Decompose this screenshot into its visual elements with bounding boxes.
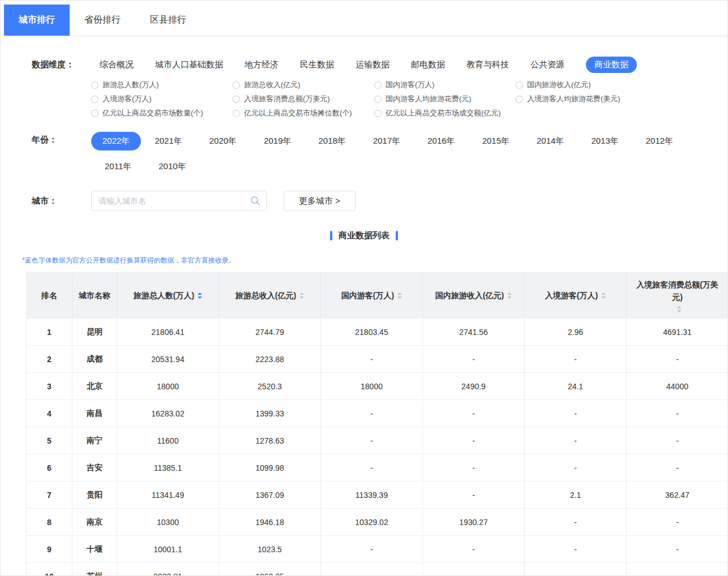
- top-tab-label: 城市排行: [19, 14, 55, 26]
- search-icon[interactable]: [250, 195, 261, 209]
- more-cities-button[interactable]: 更多城市 >: [284, 191, 356, 211]
- table-cell: 3: [27, 373, 72, 399]
- year-option[interactable]: 2010年: [145, 157, 199, 176]
- year-option[interactable]: 2012年: [632, 132, 687, 151]
- sort-icon[interactable]: [299, 293, 304, 299]
- radio-icon[interactable]: [233, 96, 240, 103]
- table-cell: 1: [27, 319, 72, 345]
- table-row: 8南京103001946.1810329.021930.27--: [27, 508, 727, 535]
- table-header-cell[interactable]: 旅游总人数(万人): [117, 273, 219, 318]
- dimension-tab[interactable]: 教育与科技: [466, 57, 509, 73]
- radio-icon[interactable]: [516, 96, 523, 103]
- year-option[interactable]: 2017年: [359, 132, 414, 151]
- table-cell: 9: [27, 536, 72, 562]
- dimension-tab[interactable]: 城市人口基础数据: [155, 57, 223, 73]
- top-tab[interactable]: 城市排行: [4, 5, 70, 36]
- radio-icon[interactable]: [91, 110, 99, 117]
- metric-radio-option[interactable]: 入境旅客消费总额(万美元): [233, 94, 374, 104]
- year-option[interactable]: 2022年: [91, 132, 141, 151]
- table-cell: 1399.33: [219, 400, 320, 427]
- year-option-label: 2021年: [155, 136, 182, 145]
- table-header-cell[interactable]: 排名: [27, 273, 72, 318]
- radio-icon[interactable]: [516, 81, 523, 89]
- table-cell: 贵阳: [72, 482, 117, 508]
- metric-radio-option[interactable]: 旅游总收入(亿元): [233, 80, 374, 90]
- dimension-tab[interactable]: 商业数据: [586, 57, 637, 73]
- table-cell: 11600: [117, 427, 219, 454]
- year-option-label: 2018年: [319, 136, 346, 145]
- year-option-label: 2017年: [373, 136, 400, 145]
- dimension-tab[interactable]: 运输数据: [356, 57, 389, 73]
- table-header-cell[interactable]: 入境旅客消费总额(万美元): [626, 273, 728, 318]
- sort-icon[interactable]: [677, 306, 682, 312]
- top-tab[interactable]: 区县排行: [135, 5, 201, 36]
- sort-icon[interactable]: [397, 293, 402, 299]
- table-cell: 1367.09: [219, 482, 320, 508]
- sort-icon[interactable]: [198, 293, 202, 299]
- column-label: 旅游总收入(亿元): [235, 289, 296, 302]
- table-body: 1昆明21806.412744.7921803.452741.562.96469…: [27, 318, 727, 576]
- year-option[interactable]: 2020年: [196, 132, 250, 151]
- year-option[interactable]: 2021年: [141, 132, 195, 151]
- metric-radio-option[interactable]: 亿元以上商品交易市场摊位数(个): [233, 108, 374, 118]
- column-label: 国内游客(万人): [341, 289, 394, 302]
- metric-radio-option[interactable]: 国内旅游收入(亿元): [516, 80, 657, 90]
- table-cell: 2744.79: [219, 319, 320, 345]
- metric-radio-option[interactable]: 亿元以上商品交易市场数量(个): [91, 108, 233, 118]
- year-option[interactable]: 2011年: [91, 157, 145, 176]
- table-cell: -: [422, 346, 524, 372]
- radio-icon[interactable]: [374, 110, 382, 117]
- sort-icon[interactable]: [601, 293, 606, 299]
- table-header-cell[interactable]: 入境游客(万人): [524, 273, 626, 318]
- radio-icon[interactable]: [91, 81, 99, 89]
- title-bar-right-icon: [396, 231, 398, 240]
- metric-radio-option[interactable]: 旅游总人数(万人): [91, 80, 233, 90]
- radio-icon[interactable]: [233, 110, 240, 117]
- year-option[interactable]: 2014年: [523, 132, 577, 151]
- year-option-label: 2010年: [159, 161, 186, 171]
- page: 城市排行 省份排行 区县排行 数据维度： 综合概况 城市人口基础数据 地方经济 …: [0, 0, 728, 576]
- table-cell: 4691.31: [626, 319, 728, 345]
- dimension-tab-label: 民生数据: [300, 59, 334, 69]
- year-option[interactable]: 2019年: [250, 132, 305, 151]
- year-option-label: 2011年: [105, 161, 131, 171]
- radio-icon[interactable]: [374, 81, 382, 89]
- metric-radio-option[interactable]: 亿元以上商品交易市场成交额(亿元): [374, 108, 516, 118]
- top-tab[interactable]: 省份排行: [70, 5, 135, 36]
- dimension-tab-label: 公共资源: [530, 59, 564, 69]
- year-option[interactable]: 2013年: [577, 132, 632, 151]
- radio-icon[interactable]: [91, 96, 99, 103]
- city-search-input[interactable]: [91, 191, 267, 211]
- dimension-tab[interactable]: 公共资源: [530, 57, 564, 73]
- table-header-cell[interactable]: 旅游总收入(亿元): [219, 273, 320, 318]
- table-cell: -: [626, 536, 728, 562]
- dimension-tab[interactable]: 民生数据: [300, 57, 334, 73]
- table-header-cell[interactable]: 国内游客(万人): [320, 273, 422, 318]
- table-cell: -: [320, 536, 422, 562]
- radio-icon[interactable]: [233, 81, 240, 89]
- table-cell: 10: [27, 563, 72, 576]
- table-cell: 2.96: [524, 319, 626, 345]
- table-cell: -: [626, 400, 728, 427]
- table-cell: 1946.18: [219, 509, 320, 535]
- year-option[interactable]: 2016年: [414, 132, 468, 151]
- top-tab-bar: 城市排行 省份排行 区县排行: [1, 1, 727, 36]
- table-header-cell[interactable]: 国内旅游收入(亿元): [422, 273, 524, 318]
- metric-radio-option[interactable]: 入境游客人均旅游花费(美元): [516, 94, 657, 104]
- metric-radio-option[interactable]: 国内游客(万人): [374, 80, 516, 90]
- table-cell: 7: [27, 482, 72, 508]
- table-header-cell[interactable]: 城市名称: [72, 273, 117, 318]
- metric-radio-option[interactable]: 入境游客(万人): [91, 94, 233, 104]
- data-note: *蓝色字体数据为官方公开数据进行换算获得的数据，非官方直接收录。: [22, 256, 727, 265]
- dimension-tab[interactable]: 地方经济: [245, 57, 279, 73]
- year-option[interactable]: 2018年: [305, 132, 359, 151]
- sort-icon[interactable]: [507, 293, 512, 299]
- table-cell: 9922.81: [117, 563, 219, 576]
- metric-radio-option[interactable]: 国内游客人均旅游花费(元): [374, 94, 516, 104]
- metric-label: 国内游客人均旅游花费(元): [386, 94, 472, 104]
- table-cell: -: [626, 563, 728, 576]
- dimension-tab[interactable]: 综合概况: [100, 57, 134, 73]
- dimension-tab[interactable]: 邮电数据: [411, 57, 445, 73]
- radio-icon[interactable]: [374, 96, 382, 103]
- year-option[interactable]: 2015年: [469, 132, 523, 151]
